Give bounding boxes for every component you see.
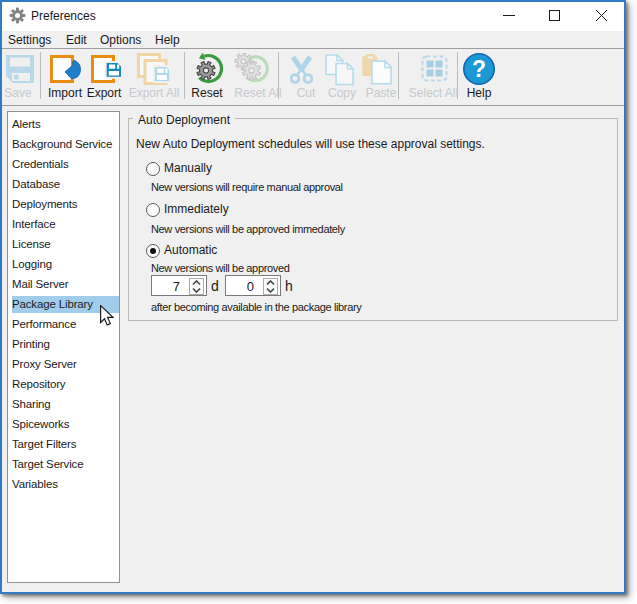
svg-text:?: ? — [472, 56, 486, 82]
